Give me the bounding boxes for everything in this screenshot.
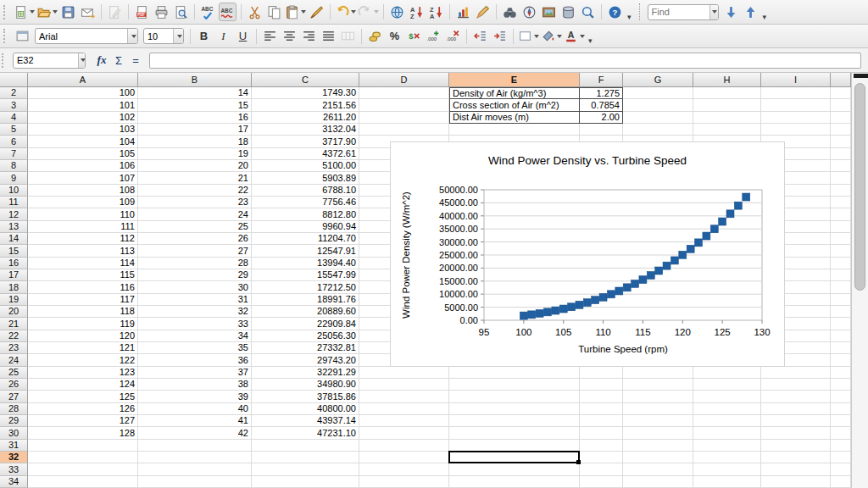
gallery-button[interactable] xyxy=(540,3,558,21)
name-box[interactable] xyxy=(13,53,86,69)
data-sources-button[interactable] xyxy=(559,3,577,21)
add-decimal-place-button[interactable] xyxy=(425,27,442,46)
cell-E34[interactable] xyxy=(449,476,580,488)
cell-overflow[interactable] xyxy=(831,367,851,379)
row-header-18[interactable]: 18 xyxy=(0,281,28,294)
cell-A11[interactable]: 109 xyxy=(28,197,138,208)
borders-button[interactable] xyxy=(518,27,539,46)
cell-C21[interactable]: 22909.84 xyxy=(252,318,359,330)
column-header-H[interactable]: H xyxy=(693,73,761,87)
cell-A32[interactable] xyxy=(28,452,138,463)
cell-F33[interactable] xyxy=(580,463,623,476)
row-header-17[interactable]: 17 xyxy=(0,269,28,281)
cell-C26[interactable]: 34980.90 xyxy=(252,379,359,391)
fill-handle[interactable] xyxy=(576,460,581,464)
align-justified-button[interactable] xyxy=(320,27,337,46)
cell-G33[interactable] xyxy=(623,463,693,476)
cell-A15[interactable]: 113 xyxy=(28,245,138,258)
column-header-C[interactable]: C xyxy=(252,73,359,87)
cell-E5[interactable] xyxy=(449,124,580,136)
cell-B32[interactable] xyxy=(138,452,252,463)
align-center-button[interactable] xyxy=(281,27,298,46)
spelling-button[interactable] xyxy=(199,3,217,21)
row-header-3[interactable]: 3 xyxy=(0,99,28,112)
cell-I25[interactable] xyxy=(761,367,831,379)
cell-I26[interactable] xyxy=(761,379,831,391)
cell-B22[interactable]: 34 xyxy=(138,330,252,342)
cell-E30[interactable] xyxy=(449,427,580,440)
cell-A13[interactable]: 111 xyxy=(28,221,138,233)
cell-E29[interactable] xyxy=(449,415,580,427)
cell-C33[interactable] xyxy=(252,463,359,476)
cell-D32[interactable] xyxy=(359,452,449,463)
row-header-32[interactable]: 32 xyxy=(0,452,28,463)
cell-H26[interactable] xyxy=(693,379,761,391)
cell-E25[interactable] xyxy=(449,367,580,379)
cell-C13[interactable]: 9960.94 xyxy=(252,221,359,233)
cell-A10[interactable]: 108 xyxy=(28,185,138,197)
cell-overflow[interactable] xyxy=(831,172,851,185)
row-header-16[interactable]: 16 xyxy=(0,258,28,269)
row-header-31[interactable]: 31 xyxy=(0,440,28,452)
edit-file-button[interactable] xyxy=(106,3,124,21)
cell-overflow[interactable] xyxy=(831,124,851,136)
cell-I4[interactable] xyxy=(761,112,831,124)
cell-C32[interactable] xyxy=(252,452,359,463)
cell-G3[interactable] xyxy=(623,99,693,112)
embedded-chart[interactable]: Wind Power Density vs. Turbine Speed0.00… xyxy=(390,141,785,367)
find-input[interactable] xyxy=(648,5,709,19)
column-header-A[interactable]: A xyxy=(28,73,138,87)
cell-I30[interactable] xyxy=(761,427,831,440)
cell-I33[interactable] xyxy=(761,463,831,476)
cell-D29[interactable] xyxy=(359,415,449,427)
insert-chart-button[interactable] xyxy=(454,3,472,21)
cell-F29[interactable] xyxy=(580,415,623,427)
name-box-dropdown-button[interactable] xyxy=(78,53,86,69)
cell-overflow[interactable] xyxy=(831,463,851,476)
sum-button[interactable]: Σ xyxy=(110,54,127,67)
toolbar-overflow-button[interactable]: ▾ xyxy=(627,13,632,24)
cell-A9[interactable]: 107 xyxy=(28,172,138,185)
font-name-combo[interactable] xyxy=(35,28,138,44)
cell-B8[interactable]: 20 xyxy=(138,160,252,172)
cell-F26[interactable] xyxy=(580,379,623,391)
equals-button[interactable]: = xyxy=(127,54,144,67)
column-header-F[interactable]: F xyxy=(580,73,623,87)
cell-overflow[interactable] xyxy=(831,306,851,318)
document-as-email-button[interactable] xyxy=(79,3,97,21)
cell-B21[interactable]: 33 xyxy=(138,318,252,330)
show-draw-functions-button[interactable] xyxy=(474,3,492,21)
row-header-25[interactable]: 25 xyxy=(0,367,28,379)
cell-B16[interactable]: 28 xyxy=(138,258,252,269)
sort-ascending-button[interactable] xyxy=(408,3,426,21)
cell-E27[interactable] xyxy=(449,391,580,403)
cell-C22[interactable]: 25056.30 xyxy=(252,330,359,342)
cell-H29[interactable] xyxy=(693,415,761,427)
new-document-button[interactable] xyxy=(14,3,35,21)
cell-B28[interactable]: 40 xyxy=(138,403,252,415)
cell-overflow[interactable] xyxy=(831,452,851,463)
italic-button[interactable]: I xyxy=(214,27,232,46)
cell-overflow[interactable] xyxy=(831,258,851,269)
row-header-13[interactable]: 13 xyxy=(0,221,28,233)
cell-overflow[interactable] xyxy=(831,160,851,172)
cell-G28[interactable] xyxy=(623,403,693,415)
function-wizard-button[interactable]: fx xyxy=(93,53,110,67)
cell-F30[interactable] xyxy=(580,427,623,440)
hyperlink-button[interactable] xyxy=(388,3,406,21)
cell-E33[interactable] xyxy=(449,463,580,476)
cell-C34[interactable] xyxy=(252,476,359,488)
cell-C31[interactable] xyxy=(252,440,359,452)
cell-overflow[interactable] xyxy=(831,99,851,112)
cell-D28[interactable] xyxy=(359,403,449,415)
copy-button[interactable] xyxy=(265,3,283,21)
cell-F34[interactable] xyxy=(580,476,623,488)
save-button[interactable] xyxy=(59,3,77,21)
cell-H28[interactable] xyxy=(693,403,761,415)
cell-C18[interactable]: 17212.50 xyxy=(252,281,359,294)
row-header-15[interactable]: 15 xyxy=(0,245,28,258)
row-header-4[interactable]: 4 xyxy=(0,112,28,124)
cell-A8[interactable]: 106 xyxy=(28,160,138,172)
cell-B31[interactable] xyxy=(138,440,252,452)
scrollbar-thumb[interactable] xyxy=(854,83,865,291)
